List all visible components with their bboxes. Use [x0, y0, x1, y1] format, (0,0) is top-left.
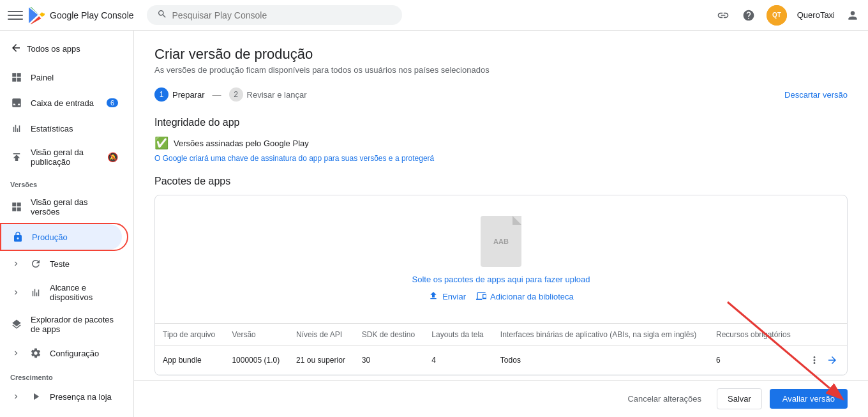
sidebar-publicacao-label: Visão geral da publicação: [31, 148, 100, 167]
refresh-icon: [29, 257, 42, 270]
library-icon: [476, 291, 486, 303]
sidebar-versoes-label: Visão geral das versões: [31, 197, 118, 216]
brand-logo-icon: [28, 6, 46, 24]
aab-icon: AAB: [481, 216, 521, 267]
play-icon: [29, 390, 42, 403]
row-action-icons: [808, 354, 840, 367]
save-button[interactable]: Salvar: [717, 388, 762, 409]
bottom-bar: Cancelar alterações Salvar Avaliar versã…: [134, 380, 868, 417]
sidebar-item-configuracao[interactable]: Configuração: [0, 340, 128, 366]
more-vert-icon[interactable]: [808, 354, 821, 367]
integrity-desc[interactable]: O Google criará uma chave de assinatura …: [154, 154, 848, 163]
cell-tipo: App bundle: [155, 346, 224, 375]
step-1-circle: 1: [154, 87, 168, 102]
check-circle-icon: ✅: [154, 136, 168, 150]
sidebar-alcance-label: Alcance e dispositivos: [50, 283, 118, 302]
arrow-forward-icon[interactable]: [826, 354, 839, 367]
col-versao: Versão: [224, 324, 288, 346]
link-icon[interactable]: [715, 8, 731, 23]
cancel-button[interactable]: Cancelar alterações: [620, 389, 709, 409]
sidebar-item-explorador[interactable]: Explorador de pacotes de apps: [0, 308, 128, 340]
bar-chart-icon: [10, 122, 23, 135]
sidebar-item-visao-geral-da-publicacao[interactable]: Visão geral da publicação 🔕: [0, 141, 128, 173]
col-tipo: Tipo de arquivo: [155, 324, 224, 346]
col-niveis-api: Níveis de API: [288, 324, 354, 346]
cell-sdk: 30: [354, 346, 424, 375]
top-header: Google Play Console QT QueroTaxi: [0, 0, 868, 31]
header-right: QT QueroTaxi: [715, 5, 860, 26]
avatar[interactable]: QT: [767, 5, 787, 26]
step-2-label: Revisar e lançar: [247, 90, 307, 100]
sidebar-item-teste[interactable]: Teste: [0, 251, 128, 277]
gear-icon: [29, 347, 42, 360]
sidebar-back-label: Todos os apps: [27, 44, 80, 54]
sidebar-explorador-label: Explorador de pacotes de apps: [31, 315, 118, 334]
step-1-number: 1: [160, 90, 164, 99]
expand-icon-3: [10, 347, 22, 359]
search-input[interactable]: [172, 10, 392, 20]
sidebar-painel-label: Painel: [31, 73, 118, 82]
evaluate-button[interactable]: Avaliar versão: [770, 389, 848, 409]
sidebar-item-alcance[interactable]: Alcance e dispositivos: [0, 277, 128, 308]
sidebar-teste-label: Teste: [50, 259, 118, 269]
integrity-label: Versões assinadas pelo Google Play: [174, 139, 309, 148]
sidebar-item-estatisticas[interactable]: Estatísticas: [0, 116, 128, 141]
publish-icon: [10, 151, 23, 163]
search-bar[interactable]: [147, 5, 402, 25]
upload-icon: [428, 291, 438, 303]
step-1: 1 Preparar: [154, 87, 205, 102]
col-layouts: Layouts da tela: [424, 324, 493, 346]
svg-text:QT: QT: [772, 11, 781, 18]
sidebar-item-painel[interactable]: Painel: [0, 64, 128, 90]
col-recursos: Recursos obrigatórios: [708, 324, 800, 346]
sidebar-item-producao[interactable]: Produção: [1, 224, 122, 250]
sidebar-item-versao-principal[interactable]: Versão principal da página "Detalhes do …: [0, 409, 128, 417]
expand-icon-4: [10, 391, 22, 402]
upload-library-btn[interactable]: Adicionar da biblioteca: [476, 291, 574, 303]
col-interfaces: Interfaces binárias de aplicativo (ABIs,…: [493, 324, 708, 346]
sidebar-item-caixa-de-entrada[interactable]: Caixa de entrada 6: [0, 90, 128, 116]
discard-link[interactable]: Descartar versão: [784, 90, 848, 100]
help-icon[interactable]: [741, 8, 756, 23]
brand-logo: Google Play Console: [28, 6, 134, 24]
integrity-section-title: Integridade do app: [154, 117, 848, 128]
layers-icon: [10, 318, 23, 331]
cell-versao[interactable]: 1000005 (1.0): [224, 346, 288, 375]
cell-niveis-api[interactable]: 21 ou superior: [288, 346, 354, 375]
step-2-circle: 2: [229, 87, 243, 102]
sidebar-back[interactable]: Todos os apps: [0, 36, 133, 62]
sidebar-item-presenca[interactable]: Presença na loja: [0, 384, 128, 409]
table-row: App bundle 1000005 (1.0) 21 ou superior …: [155, 346, 847, 375]
cell-recursos: 6: [708, 346, 800, 375]
aab-label: AAB: [493, 238, 509, 245]
steps-bar: 1 Preparar — 2 Revisar e lançar Descarta…: [154, 87, 848, 102]
sidebar-badge: 6: [107, 98, 118, 107]
upload-send-btn[interactable]: Enviar: [428, 291, 466, 303]
step-1-label: Preparar: [172, 90, 205, 100]
grid-icon: [10, 71, 23, 84]
account-icon[interactable]: [845, 8, 860, 23]
user-name[interactable]: QueroTaxi: [797, 10, 835, 20]
search-icon: [157, 9, 167, 21]
sidebar-item-visao-geral-das-versoes[interactable]: Visão geral das versões: [0, 191, 128, 223]
col-actions: [800, 324, 848, 346]
sidebar-caixa-label: Caixa de entrada: [31, 98, 99, 108]
col-sdk: SDK de destino: [354, 324, 424, 346]
sidebar-configuracao-label: Configuração: [50, 349, 118, 358]
step-2: 2 Revisar e lançar: [229, 87, 307, 102]
page-title: Criar versão de produção: [154, 46, 848, 63]
upload-area[interactable]: AAB Solte os pacotes de apps aqui para f…: [155, 195, 847, 323]
integrity-row: ✅ Versões assinadas pelo Google Play: [154, 136, 848, 150]
expand-icon-2: [10, 287, 22, 298]
expand-icon: [10, 258, 22, 269]
upload-card: AAB Solte os pacotes de apps aqui para f…: [154, 195, 848, 375]
main-content: Criar versão de produção As versões de p…: [134, 31, 868, 417]
upload-actions: Enviar Adicionar da biblioteca: [428, 291, 574, 303]
brand-title: Google Play Console: [50, 10, 134, 20]
upload-send-label: Enviar: [442, 292, 466, 301]
versoes-section: Versões: [0, 173, 133, 191]
upload-prompt: Solte os pacotes de apps aqui para fazer…: [412, 275, 590, 284]
hamburger-menu[interactable]: [8, 8, 23, 23]
bell-off-icon: 🔕: [107, 152, 118, 162]
main-layout: Todos os apps Painel Caixa de entrada 6 …: [0, 31, 868, 417]
